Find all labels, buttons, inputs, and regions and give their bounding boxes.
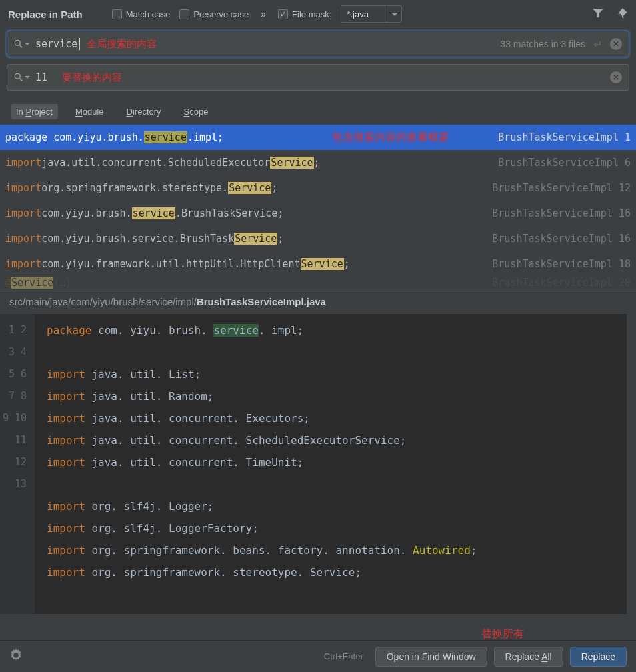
tab-module[interactable]: Module xyxy=(70,104,109,119)
file-dir: src/main/java/com/yiyu/brush/service/imp… xyxy=(9,296,197,307)
editor-scrollbar[interactable] xyxy=(627,314,636,614)
result-location: BrushTaskServiceImpl 16 xyxy=(492,233,631,245)
gear-icon[interactable] xyxy=(9,649,23,664)
search-icon xyxy=(14,73,30,82)
chevron-down-icon[interactable] xyxy=(25,76,30,79)
result-location: BrushTaskServiceImpl 6 xyxy=(498,157,631,169)
text-cursor xyxy=(79,38,80,50)
checkbox-box xyxy=(112,9,122,19)
checkbox-box xyxy=(278,9,288,19)
replace-button[interactable]: Replace xyxy=(570,647,627,667)
search-input[interactable] xyxy=(35,38,81,50)
open-in-find-window-button[interactable]: Open in Find Window xyxy=(375,647,487,667)
scope-tabs: In Project Module Directory Scope xyxy=(0,100,636,125)
annotation-results: 包含搜索内容的查看概要 xyxy=(332,131,449,145)
file-mask-combo[interactable] xyxy=(341,5,402,23)
chevron-down-icon xyxy=(391,13,398,16)
result-location: BrushTaskServiceImpl 16 xyxy=(492,207,631,219)
tab-directory[interactable]: Directory xyxy=(121,104,167,119)
filter-icon[interactable] xyxy=(592,7,604,21)
chevron-down-icon[interactable] xyxy=(25,43,30,45)
replace-input[interactable] xyxy=(35,71,55,83)
svg-point-0 xyxy=(15,40,20,45)
annotation-replace-all: 替换所有 xyxy=(481,627,524,641)
preview-editor[interactable]: 1 2 3 4 5 6 7 8 9 10 11 12 13 package co… xyxy=(0,314,636,614)
file-mask-input[interactable] xyxy=(341,6,387,22)
pin-icon[interactable] xyxy=(616,7,628,21)
search-field[interactable]: 全局搜索的内容 33 matches in 3 files ↵ ✕ xyxy=(7,31,629,57)
result-row-partial: @Service(…)BrushTaskServiceImpl 20 xyxy=(0,277,636,289)
replace-all-button[interactable]: Replace All xyxy=(494,647,563,667)
result-location: BrushTaskServiceImpl 1 xyxy=(498,131,631,143)
dialog-title: Replace in Path xyxy=(8,9,83,20)
clear-search-button[interactable]: ✕ xyxy=(610,38,622,50)
result-row[interactable]: package com.yiyu.brush.service.impl;包含搜索… xyxy=(0,125,636,150)
annotation-replace: 要替换的内容 xyxy=(62,71,122,84)
result-row[interactable]: import com.yiyu.brush.service.BrushTaskS… xyxy=(0,226,636,251)
header: Replace in Path Match case Preserve case… xyxy=(0,0,636,31)
editor-code[interactable]: package com. yiyu. brush. service. impl;… xyxy=(35,314,627,614)
svg-line-1 xyxy=(20,45,23,48)
svg-point-2 xyxy=(15,73,20,79)
results-list: package com.yiyu.brush.service.impl;包含搜索… xyxy=(0,125,636,277)
svg-line-3 xyxy=(20,79,23,81)
more-options-button[interactable]: » xyxy=(258,9,269,19)
annotation-search: 全局搜索的内容 xyxy=(87,38,157,51)
keyboard-hint: Ctrl+Enter xyxy=(324,651,363,661)
preserve-case-checkbox[interactable]: Preserve case xyxy=(179,9,249,19)
file-mask-checkbox[interactable]: File mask: xyxy=(278,9,331,19)
result-location: BrushTaskServiceImpl 12 xyxy=(492,182,631,194)
enter-icon: ↵ xyxy=(593,38,602,51)
result-row[interactable]: import com.yiyu.brush.service.BrushTaskS… xyxy=(0,201,636,226)
result-location: BrushTaskServiceImpl 18 xyxy=(492,258,631,270)
match-count: 33 matches in 3 files xyxy=(500,39,585,49)
result-row[interactable]: import com.yiyu.framework.util.httpUtil.… xyxy=(0,251,636,277)
result-row[interactable]: import java.util.concurrent.ScheduledExe… xyxy=(0,150,636,175)
replace-field[interactable]: 要替换的内容 ✕ xyxy=(7,64,629,91)
file-path-bar: src/main/java/com/yiyu/brush/service/imp… xyxy=(0,289,636,314)
checkbox-box xyxy=(179,9,189,19)
file-name: BrushTaskServiceImpl.java xyxy=(197,296,326,307)
tab-in-project[interactable]: In Project xyxy=(11,104,58,119)
footer: 替换所有 Ctrl+Enter Open in Find Window Repl… xyxy=(0,640,636,672)
clear-replace-button[interactable]: ✕ xyxy=(610,71,622,83)
file-mask-dropdown[interactable] xyxy=(387,6,401,22)
result-row[interactable]: import org.springframework.stereotype.Se… xyxy=(0,175,636,201)
match-case-checkbox[interactable]: Match case xyxy=(112,9,170,19)
editor-gutter: 1 2 3 4 5 6 7 8 9 10 11 12 13 xyxy=(0,314,35,614)
tab-scope[interactable]: Scope xyxy=(179,104,214,119)
search-icon xyxy=(14,39,30,49)
